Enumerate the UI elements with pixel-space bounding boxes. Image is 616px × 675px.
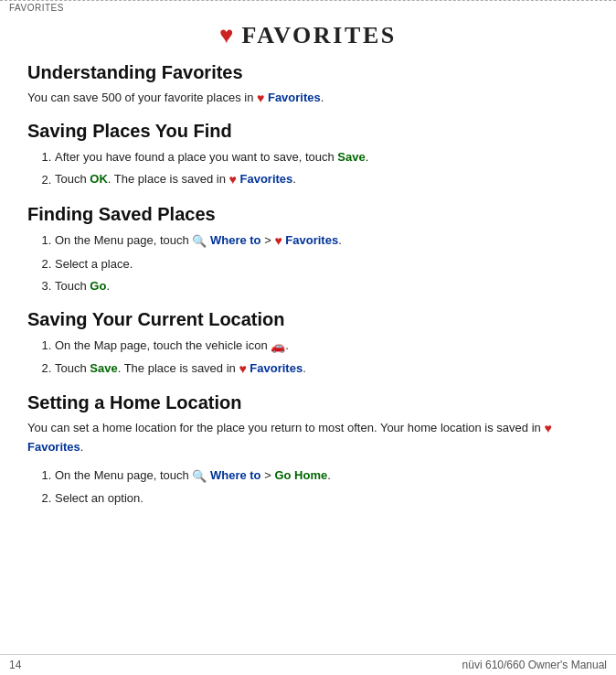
period-1: . bbox=[321, 91, 324, 104]
heart-icon-inline-5: ♥ bbox=[544, 421, 551, 435]
period: . bbox=[106, 279, 110, 293]
intro-text: You can set a home location for the plac… bbox=[27, 421, 544, 434]
page-wrapper: Favorites ♥ FAVORITES Understanding Favo… bbox=[0, 0, 616, 675]
title-text: FAVORITES bbox=[242, 22, 397, 49]
period: . bbox=[303, 361, 306, 375]
favorites-link-4: Favorites bbox=[250, 361, 303, 375]
para-setting-home: You can set a home location for the plac… bbox=[27, 419, 589, 456]
heading-saving-location: Saving Your Current Location bbox=[27, 309, 589, 330]
heading-understanding: Understanding Favorites bbox=[27, 62, 589, 83]
where-to-ref-2: Where to bbox=[210, 468, 261, 482]
list-item: On the Menu page, touch 🔍 Where to > ♥ F… bbox=[55, 230, 589, 252]
manual-title: nüvi 610/660 Owner's Manual bbox=[462, 659, 607, 671]
magnifier-icon-2: 🔍 bbox=[192, 468, 207, 482]
text-select-option: Select an option. bbox=[55, 491, 143, 505]
ok-ref: OK bbox=[90, 173, 108, 187]
understanding-text: You can save 500 of your favorite places… bbox=[27, 91, 257, 104]
page-header-label: Favorites bbox=[0, 1, 616, 13]
page-number: 14 bbox=[9, 659, 21, 671]
text-mid: . The place is saved in bbox=[108, 173, 229, 187]
list-item: On the Menu page, touch 🔍 Where to > Go … bbox=[55, 466, 589, 487]
save-ref-2: Save bbox=[90, 361, 117, 375]
list-item: Select a place. bbox=[55, 254, 589, 274]
text-select: Select a place. bbox=[55, 257, 133, 271]
vehicle-icon: 🚗 bbox=[271, 338, 285, 352]
content-area: Understanding Favorites You can save 500… bbox=[0, 62, 616, 536]
heart-icon-inline-4: ♥ bbox=[239, 361, 246, 376]
title-area: ♥ FAVORITES bbox=[0, 22, 616, 49]
list-finding-saved: On the Menu page, touch 🔍 Where to > ♥ F… bbox=[55, 230, 589, 296]
list-saving-places: After you have found a place you want to… bbox=[55, 147, 589, 191]
period: . bbox=[292, 173, 296, 187]
text-before: On the Menu page, touch bbox=[55, 233, 192, 247]
text-before: On the Menu page, touch bbox=[55, 468, 192, 482]
favorites-link-1: Favorites bbox=[268, 91, 321, 104]
list-item: Touch OK. The place is saved in ♥ Favori… bbox=[55, 169, 589, 191]
go-home-ref: Go Home bbox=[274, 468, 327, 482]
text-mid: . The place is saved in bbox=[118, 361, 239, 375]
text-before: Touch bbox=[55, 279, 90, 293]
footer: 14 nüvi 610/660 Owner's Manual bbox=[0, 654, 616, 675]
list-setting-home: On the Menu page, touch 🔍 Where to > Go … bbox=[55, 466, 589, 509]
text-before: On the Map page, touch the vehicle icon bbox=[55, 338, 271, 352]
favorites-link-3: Favorites bbox=[285, 233, 338, 247]
list-item: After you have found a place you want to… bbox=[55, 147, 589, 167]
section-label: Favorites bbox=[9, 3, 64, 13]
go-ref: Go bbox=[90, 279, 106, 293]
period: . bbox=[327, 468, 331, 482]
period: . bbox=[338, 233, 342, 247]
list-saving-location: On the Map page, touch the vehicle icon … bbox=[55, 336, 589, 380]
page-title: ♥ FAVORITES bbox=[219, 22, 397, 49]
heart-icon-inline-2: ♥ bbox=[229, 172, 237, 187]
para-understanding: You can save 500 of your favorite places… bbox=[27, 89, 589, 108]
heading-saving-places: Saving Places You Find bbox=[27, 121, 589, 142]
list-item: On the Map page, touch the vehicle icon … bbox=[55, 336, 589, 357]
heart-icon-large: ♥ bbox=[219, 22, 234, 49]
heading-setting-home: Setting a Home Location bbox=[27, 392, 589, 413]
period: . bbox=[80, 440, 84, 454]
list-item: Select an option. bbox=[55, 488, 589, 509]
period: . bbox=[366, 150, 369, 164]
heading-finding-saved: Finding Saved Places bbox=[27, 204, 589, 225]
heart-icon-inline-3: ♥ bbox=[274, 233, 281, 248]
magnifier-icon-1: 🔍 bbox=[192, 234, 207, 248]
save-button-ref: Save bbox=[337, 150, 365, 164]
text-before: Touch bbox=[55, 173, 90, 187]
list-item: Touch Go. bbox=[55, 276, 589, 296]
heart-icon-inline-1: ♥ bbox=[257, 91, 264, 105]
where-to-ref-1: Where to bbox=[210, 233, 261, 247]
text-before: After you have found a place you want to… bbox=[55, 150, 337, 164]
gt: > bbox=[261, 233, 275, 247]
favorites-link-2: Favorites bbox=[239, 173, 292, 187]
list-item: Touch Save. The place is saved in ♥ Favo… bbox=[55, 359, 589, 380]
period: . bbox=[285, 338, 289, 352]
gt: > bbox=[261, 468, 275, 482]
text-before: Touch bbox=[55, 361, 90, 375]
favorites-link-5: Favorites bbox=[27, 440, 80, 454]
